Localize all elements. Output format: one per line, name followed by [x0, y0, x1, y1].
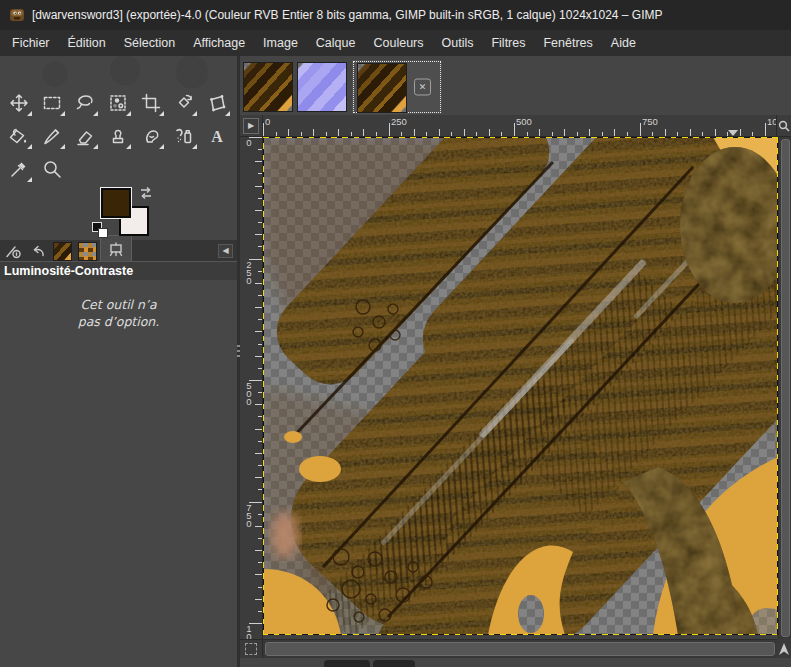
- tool-handle-transform[interactable]: [200, 86, 233, 119]
- hscroll-row: [240, 639, 791, 658]
- ruler-tick: [577, 132, 578, 136]
- image-tab-2[interactable]: [297, 62, 349, 114]
- horizontal-scrollbar-thumb[interactable]: [265, 642, 775, 656]
- ruler-tick: [255, 599, 262, 600]
- menu-aide[interactable]: Aide: [602, 32, 645, 54]
- tool-group-arrow-icon: [60, 144, 65, 149]
- menu-edition[interactable]: Édition: [59, 32, 115, 54]
- tool-eraser[interactable]: [68, 119, 101, 152]
- menu-image[interactable]: Image: [254, 32, 307, 54]
- tool-clone[interactable]: [101, 119, 134, 152]
- tool-paintbrush[interactable]: [35, 119, 68, 152]
- menu-triangle-icon: ▶: [243, 118, 259, 134]
- default-white-swatch: [98, 228, 108, 238]
- ruler-tick: [464, 129, 465, 136]
- ruler-tick: [258, 392, 262, 393]
- tool-bucket-fill[interactable]: [2, 119, 35, 152]
- image-tab-1[interactable]: [243, 62, 295, 114]
- tool-text[interactable]: A: [200, 119, 233, 152]
- ruler-tick: [258, 562, 262, 563]
- status-bar-stub: [240, 658, 791, 667]
- device-status-tab[interactable]: [100, 235, 132, 261]
- window-title: [dwarvensword3] (exportée)-4.0 (Couleur …: [32, 8, 663, 22]
- horizontal-scrollbar[interactable]: [263, 639, 777, 658]
- navigation-button[interactable]: [777, 639, 791, 658]
- menu-filtres[interactable]: Filtres: [482, 32, 534, 54]
- ruler-tick: [527, 132, 528, 136]
- ruler-label: 1000: [767, 116, 776, 127]
- ruler-tick: [255, 429, 262, 430]
- tool-unified-transform[interactable]: [167, 86, 200, 119]
- ruler-tick: [258, 246, 262, 247]
- tool-group-arrow-icon: [27, 111, 32, 116]
- title-bar[interactable]: [dwarvensword3] (exportée)-4.0 (Couleur …: [0, 0, 791, 30]
- tool-group-arrow-icon: [159, 144, 164, 149]
- menu-calque[interactable]: Calque: [307, 32, 365, 54]
- status-widget-stub-1[interactable]: [324, 660, 370, 667]
- tool-zoom[interactable]: [35, 152, 68, 185]
- menu-affichage[interactable]: Affichage: [184, 32, 254, 54]
- smudge-icon: [141, 126, 161, 146]
- ruler-row: ▶ 02505007501000: [240, 115, 791, 137]
- tool-free-select[interactable]: [68, 86, 101, 119]
- ruler-label: 0: [265, 116, 270, 127]
- crop-icon: [141, 93, 161, 113]
- tool-airbrush[interactable]: [167, 119, 200, 152]
- tool-smudge[interactable]: [134, 119, 167, 152]
- ruler-tick: [752, 132, 753, 136]
- ruler-tick: [363, 129, 364, 136]
- horizontal-ruler[interactable]: 02505007501000: [263, 115, 776, 137]
- ruler-tick: [258, 611, 262, 612]
- menu-outils[interactable]: Outils: [433, 32, 483, 54]
- menu-fichier[interactable]: Fichier: [3, 32, 59, 54]
- default-colors-icon[interactable]: [92, 222, 108, 238]
- image-tab-2-thumbnail: [297, 62, 347, 112]
- tool-options-tab[interactable]: [0, 241, 25, 261]
- ruler-tick: [602, 132, 603, 136]
- quick-mask-icon: [245, 643, 257, 655]
- ruler-label: 250: [391, 116, 407, 127]
- pink-smudge: [271, 512, 299, 558]
- tool-select-by-color[interactable]: [101, 86, 134, 119]
- tool-color-picker[interactable]: [2, 152, 35, 185]
- menu-fenetres[interactable]: Fenêtres: [534, 32, 601, 54]
- ruler-tick: [627, 132, 628, 136]
- status-widget-stub-2[interactable]: [373, 660, 415, 667]
- zoom-icon: [42, 159, 62, 179]
- ruler-tick: [255, 307, 262, 308]
- gold-valley-hole: [518, 595, 544, 633]
- canvas-column: ✕ ▶ 02505007501000 02505007501000: [240, 56, 791, 667]
- ruler-tick: [690, 129, 691, 136]
- foreground-color-swatch[interactable]: [101, 188, 131, 218]
- canvas-menu-button[interactable]: ▶: [240, 115, 263, 137]
- menu-couleurs[interactable]: Couleurs: [364, 32, 432, 54]
- image-tab-3[interactable]: ✕: [352, 60, 442, 114]
- dock-collapse-button[interactable]: ◀: [218, 244, 233, 258]
- undo-history-tab[interactable]: [25, 241, 50, 261]
- vertical-scrollbar-thumb[interactable]: [781, 139, 790, 637]
- toolbox-dock: A ◀ Luminosité-Contraste Cet outil n’apa…: [0, 56, 237, 667]
- vertical-ruler[interactable]: 02505007501000: [240, 137, 263, 639]
- ruler-position-marker: [728, 130, 738, 136]
- image-thumbnail-2-tab[interactable]: [75, 241, 100, 261]
- canvas-artwork[interactable]: [263, 137, 778, 635]
- ruler-tick: [258, 489, 262, 490]
- ruler-tick: [740, 129, 741, 136]
- ruler-tick: [401, 132, 402, 136]
- text-icon: A: [207, 126, 227, 146]
- ruler-tick: [258, 587, 262, 588]
- tool-rectangle-select[interactable]: [35, 86, 68, 119]
- ruler-tick: [255, 477, 262, 478]
- zoom-follow-window-button[interactable]: [776, 115, 791, 137]
- tool-group-arrow-icon: [225, 111, 230, 116]
- menu-selection[interactable]: Sélection: [115, 32, 184, 54]
- vertical-scrollbar[interactable]: [778, 137, 791, 639]
- tool-crop[interactable]: [134, 86, 167, 119]
- image-thumbnail-1-tab[interactable]: [50, 241, 75, 261]
- ruler-tick: [258, 538, 262, 539]
- tool-move[interactable]: [2, 86, 35, 119]
- close-tab-button[interactable]: ✕: [414, 79, 431, 96]
- tool-group-arrow-icon: [60, 111, 65, 116]
- swap-colors-icon[interactable]: [138, 185, 154, 201]
- quick-mask-toggle[interactable]: [240, 639, 263, 658]
